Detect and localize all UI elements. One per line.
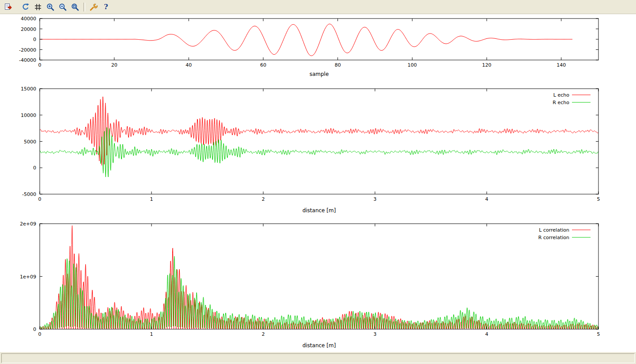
y-tick-label: 20000 [21, 26, 36, 32]
export-button[interactable] [3, 1, 14, 13]
x-tick-label: 20 [111, 62, 117, 68]
configure-button[interactable] [88, 1, 99, 13]
x-tick-label: 2 [262, 331, 265, 337]
toolbar: ? [0, 0, 636, 14]
toolbar-separator [83, 3, 85, 11]
y-tick-label: 10000 [21, 113, 36, 118]
y-tick-label: 0 [33, 37, 36, 42]
y-tick-label: 40000 [21, 16, 36, 22]
y-tick-label: 1e+09 [20, 274, 36, 280]
x-tick-label: 40 [186, 62, 192, 68]
zoom-in-button[interactable] [45, 1, 56, 13]
zoom-in-icon [46, 3, 55, 11]
refresh-icon [21, 3, 30, 11]
y-tick-label: -40000 [19, 57, 36, 63]
chart-echo-signals[interactable]: 012345-5000050001000015000distance [m]L … [0, 82, 636, 218]
y-tick-label: 2e+09 [20, 221, 36, 227]
grid-icon [34, 3, 42, 11]
x-tick-label: 5 [597, 331, 600, 337]
chart-correlation[interactable]: 01234501e+092e+09distance [m]L correlati… [0, 218, 636, 351]
x-axis-label: sample [310, 71, 329, 77]
y-tick-label: -20000 [19, 47, 36, 53]
y-tick-label: -5000 [22, 191, 36, 197]
x-tick-label: 4 [485, 331, 488, 337]
legend-label: L echo [553, 92, 569, 98]
zoom-out-button[interactable] [57, 1, 68, 13]
plot-background [40, 89, 598, 194]
export-icon [4, 3, 13, 11]
x-tick-label: 5 [597, 196, 600, 202]
x-tick-label: 4 [485, 196, 488, 202]
y-tick-label: 5000 [24, 139, 36, 145]
x-tick-label: 60 [260, 62, 266, 68]
x-tick-label: 120 [482, 62, 492, 68]
legend-label: R correlation [538, 235, 569, 240]
x-tick-label: 1 [150, 331, 153, 337]
help-button[interactable]: ? [100, 1, 112, 13]
x-tick-label: 1 [150, 196, 153, 202]
x-tick-label: 2 [262, 196, 265, 202]
plot-area: 020406080100120140-40000-200000200004000… [0, 14, 636, 352]
x-tick-label: 100 [408, 62, 417, 68]
replot-button[interactable] [20, 1, 31, 13]
zoom-reset-button[interactable] [69, 1, 81, 13]
status-text [1, 353, 635, 363]
gnuplot-window: ? 020406080100120140-40000-2000002000040… [0, 0, 636, 364]
x-tick-label: 3 [374, 331, 377, 337]
y-tick-label: 0 [33, 165, 36, 171]
legend-label: L correlation [539, 227, 569, 233]
wrench-icon [89, 3, 98, 11]
plot-background [40, 224, 598, 329]
x-axis-label: distance [m] [303, 342, 336, 349]
zoom-out-icon [58, 3, 67, 11]
x-tick-label: 80 [335, 62, 341, 68]
y-tick-label: 0 [33, 326, 36, 332]
x-tick-label: 0 [38, 331, 42, 337]
x-tick-label: 0 [38, 62, 42, 68]
x-tick-label: 140 [556, 62, 566, 68]
legend-label: R echo [553, 100, 569, 105]
x-tick-label: 3 [374, 196, 377, 202]
x-axis-label: distance [m] [303, 207, 336, 214]
help-icon: ? [104, 4, 108, 11]
y-tick-label: 15000 [21, 86, 36, 92]
status-bar [0, 352, 636, 364]
zoom-reset-icon [71, 3, 80, 11]
x-tick-label: 0 [38, 196, 42, 202]
grid-toggle-button[interactable] [32, 1, 44, 13]
chart-pulse-waveform[interactable]: 020406080100120140-40000-200000200004000… [0, 14, 636, 82]
